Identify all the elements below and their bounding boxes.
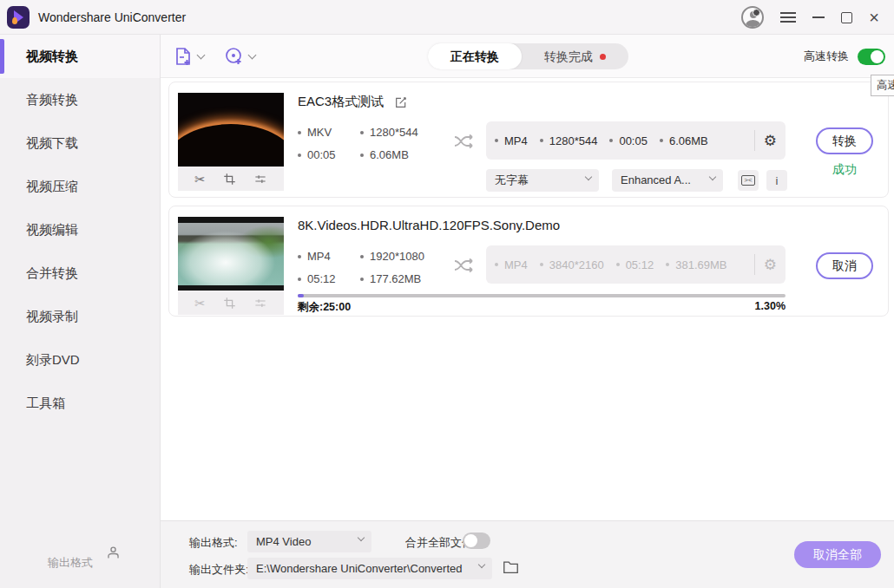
settings-gear-icon[interactable]: ⚙ bbox=[764, 132, 777, 149]
convert-arrow-icon bbox=[452, 255, 477, 276]
target-resolution: 1280*544 bbox=[549, 134, 598, 147]
target-size: 381.69MB bbox=[675, 258, 726, 271]
trim-icon: ✂ bbox=[194, 297, 206, 310]
bottom-bar: 输出格式: MP4 Video 合并全部文件 输出文件夹: E:\Wonders… bbox=[161, 520, 894, 588]
sidebar-item-burn-dvd[interactable]: 刻录DVD bbox=[0, 338, 160, 382]
file-title: 8K.Videos.HDR.UltraHD.120FPS.Sony.Demo bbox=[298, 218, 560, 232]
chevron-down-icon bbox=[585, 173, 592, 180]
info-button[interactable]: i bbox=[766, 170, 787, 191]
tab-converting[interactable]: 正在转换 bbox=[428, 43, 522, 69]
output-folder-select[interactable]: E:\Wondershare UniConverter\Converted bbox=[247, 558, 492, 579]
sidebar-item-toolbox[interactable]: 工具箱 bbox=[0, 382, 160, 425]
task-row-1: ✂ EAC3格式测试 bbox=[168, 82, 889, 198]
source-duration: 00:05 bbox=[307, 148, 336, 161]
task-list: ✂ EAC3格式测试 bbox=[161, 78, 894, 520]
file-title-row: EAC3格式测试 bbox=[298, 94, 408, 110]
output-format-ghost-label: 输出格式 bbox=[48, 555, 93, 571]
high-speed-tooltip: 高速 bbox=[871, 75, 894, 96]
compress-button[interactable]: >< bbox=[738, 170, 759, 191]
sidebar-item-video-convert[interactable]: 视频转换 bbox=[0, 35, 160, 78]
source-resolution: 1920*1080 bbox=[370, 250, 424, 263]
convert-button[interactable]: 转换 bbox=[816, 127, 873, 154]
thumbnail-block: ✂ bbox=[178, 93, 284, 191]
titlebar-controls: × bbox=[741, 0, 894, 35]
add-files-button[interactable] bbox=[173, 46, 204, 67]
open-folder-icon[interactable] bbox=[503, 559, 519, 574]
target-format: MP4 bbox=[504, 134, 528, 147]
time-remaining: 剩余:25:00 bbox=[298, 300, 351, 315]
target-info: MP4 1280*544 00:05 6.06MB ⚙ bbox=[486, 121, 786, 160]
convert-arrow-icon bbox=[452, 131, 477, 152]
target-info-disabled: MP4 3840*2160 05:12 381.69MB ⚙ bbox=[486, 245, 786, 284]
subtitle-select[interactable]: 无字幕 bbox=[486, 169, 599, 192]
sidebar-item-video-download[interactable]: 视频下载 bbox=[0, 121, 160, 165]
output-format-label: 输出格式: bbox=[189, 535, 238, 551]
file-title-row: 8K.Videos.HDR.UltraHD.120FPS.Sony.Demo bbox=[298, 218, 560, 232]
add-disc-icon bbox=[224, 46, 245, 67]
chevron-down-icon bbox=[709, 173, 716, 180]
progress-bar bbox=[298, 294, 786, 297]
app-window: Wondershare UniConverter × 视频转换 音频转换 视频下… bbox=[0, 0, 894, 588]
trim-icon[interactable]: ✂ bbox=[194, 173, 206, 186]
status-success: 成功 bbox=[816, 162, 873, 178]
title-bar: Wondershare UniConverter × bbox=[0, 0, 894, 35]
effects-icon[interactable] bbox=[253, 173, 267, 186]
source-format: MKV bbox=[307, 126, 332, 139]
chevron-down-icon bbox=[478, 561, 485, 568]
thumb-toolbar: ✂ bbox=[178, 167, 284, 191]
notification-dot bbox=[600, 54, 606, 60]
toolbar: 正在转换 转换完成 高速转换 bbox=[161, 35, 894, 78]
target-resolution: 3840*2160 bbox=[549, 258, 604, 271]
sidebar-item-video-edit[interactable]: 视频编辑 bbox=[0, 208, 160, 252]
thumbnail-block: ✂ bbox=[178, 217, 284, 315]
close-button[interactable]: × bbox=[869, 9, 879, 26]
add-file-icon bbox=[173, 46, 194, 67]
cancel-all-button[interactable]: 取消全部 bbox=[794, 541, 881, 568]
sidebar-item-merge-convert[interactable]: 合并转换 bbox=[0, 252, 160, 295]
merge-all-toggle[interactable] bbox=[463, 532, 490, 549]
target-size: 6.06MB bbox=[669, 134, 708, 147]
sidebar-item-video-compress[interactable]: 视频压缩 bbox=[0, 165, 160, 208]
sidebar-item-audio-convert[interactable]: 音频转换 bbox=[0, 78, 160, 121]
output-folder-label: 输出文件夹: bbox=[189, 562, 249, 578]
menu-icon[interactable] bbox=[780, 12, 796, 23]
cancel-button[interactable]: 取消 bbox=[816, 252, 873, 279]
sidebar: 视频转换 音频转换 视频下载 视频压缩 视频编辑 合并转换 视频录制 刻录DVD… bbox=[0, 35, 161, 588]
high-speed-toggle[interactable] bbox=[858, 49, 885, 65]
thumb-toolbar: ✂ bbox=[178, 291, 284, 315]
source-resolution: 1280*544 bbox=[370, 126, 418, 139]
add-dvd-button[interactable] bbox=[224, 46, 255, 67]
sidebar-item-screen-record[interactable]: 视频录制 bbox=[0, 295, 160, 338]
account-avatar-icon[interactable] bbox=[741, 6, 764, 29]
progress-percent: 1.30% bbox=[725, 300, 786, 312]
high-speed-label: 高速转换 bbox=[804, 49, 849, 64]
file-title: EAC3格式测试 bbox=[298, 94, 384, 110]
source-info: MKV 1280*544 00:05 6.06MB bbox=[298, 126, 418, 161]
info-icon: i bbox=[776, 174, 779, 187]
source-format: MP4 bbox=[307, 250, 331, 263]
chevron-down-icon bbox=[358, 534, 365, 541]
source-info: MP4 1920*1080 05:12 177.62MB bbox=[298, 250, 424, 285]
source-size: 177.62MB bbox=[370, 272, 421, 285]
crop-icon[interactable] bbox=[223, 173, 236, 186]
crop-icon bbox=[223, 297, 236, 310]
chevron-down-icon bbox=[248, 50, 257, 59]
target-duration: 05:12 bbox=[626, 258, 654, 271]
maximize-button[interactable] bbox=[841, 12, 852, 23]
convert-tabs: 正在转换 转换完成 bbox=[428, 43, 628, 69]
target-format: MP4 bbox=[504, 258, 528, 271]
contact-icon[interactable] bbox=[106, 546, 121, 560]
rename-icon[interactable] bbox=[394, 95, 408, 109]
output-format-select[interactable]: MP4 Video bbox=[247, 531, 371, 552]
effects-icon bbox=[253, 297, 267, 310]
audio-select[interactable]: Enhanced A... bbox=[612, 169, 723, 192]
high-speed-area: 高速转换 bbox=[804, 35, 885, 78]
chevron-down-icon bbox=[197, 50, 206, 59]
source-size: 6.06MB bbox=[370, 148, 409, 161]
minimize-button[interactable] bbox=[812, 16, 825, 18]
progress-fill bbox=[298, 294, 304, 297]
target-duration: 00:05 bbox=[619, 134, 647, 147]
tab-finished[interactable]: 转换完成 bbox=[522, 43, 628, 69]
task-row-2: ✂ 8K.Videos.HDR.UltraHD.120FPS.Sony.Demo bbox=[168, 206, 889, 317]
source-duration: 05:12 bbox=[307, 272, 336, 285]
